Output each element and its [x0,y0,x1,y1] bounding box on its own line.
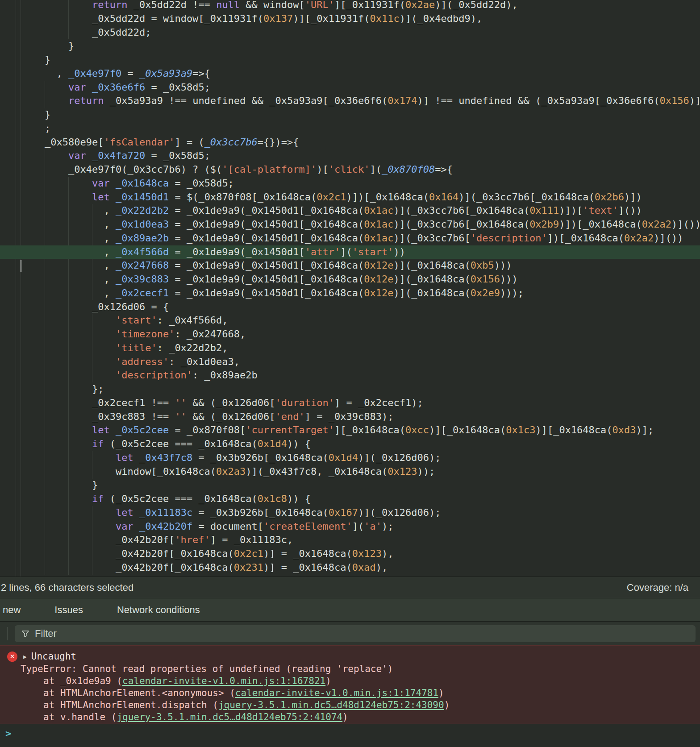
stack-trace-link[interactable]: calendar-invite-v1.0.min.js:1:167821 [122,676,325,686]
drawer-tab-bar: new Issues Network conditions [0,598,700,621]
code-line[interactable]: _0x5dd22d; [0,26,700,40]
code-line[interactable]: _0x42b20f['href'] = _0x11183c, [0,533,700,547]
code-line[interactable]: } [0,108,700,122]
selection-status: 2 lines, 66 characters selected [1,582,133,593]
code-line[interactable]: var _0x36e6f6 = _0x58d5; [0,81,700,95]
console-filter-input[interactable]: Filter [15,625,696,642]
stack-frame: at HTMLAnchorElement.dispatch (jquery-3.… [0,699,700,711]
error-message-text: TypeError: Cannot read properties of und… [0,663,700,675]
code-line[interactable]: let _0x1450d1 = $(_0x870f08[_0x1648ca(0x… [0,191,700,204]
toolbar-divider [7,627,8,640]
code-line[interactable]: window[_0x1648ca(0x2a3)](_0x43f7c8, _0x1… [0,465,700,479]
code-line[interactable]: , _0x39c883 = _0x1de9a9(_0x1450d1[_0x164… [0,273,700,286]
code-line[interactable]: var _0x1648ca = _0x58d5; [0,177,700,191]
code-line[interactable]: if (_0x5c2cee === _0x1648ca(0x1d4)) { [0,437,700,451]
code-line[interactable]: 'timezone': _0x247668, [0,328,700,341]
tab-issues[interactable]: Issues [54,604,83,616]
code-line[interactable]: _0x5dd22d = window[_0x11931f(0x137)][_0x… [0,12,700,26]
code-line[interactable]: 'description': _0x89ae2b [0,369,700,382]
code-line[interactable]: var _0x42b20f = document['createElement'… [0,520,700,534]
stack-frame: at v.handle (jquery-3.5.1.min.dc5…d48d12… [0,711,700,723]
code-line[interactable]: , _0x4f566d = _0x1de9a9(_0x1450d1['attr'… [0,245,700,259]
error-level: Uncaught [31,650,76,663]
code-line[interactable]: return _0x5a93a9 !== undefined && _0x5a9… [0,94,700,108]
code-line[interactable]: , _0x2cecf1 = _0x1de9a9(_0x1450d1[_0x164… [0,286,700,300]
code-line[interactable]: , _0x89ae2b = _0x1de9a9(_0x1450d1[_0x164… [0,232,700,245]
code-lines: return _0x5dd22d !== null && window['URL… [0,0,700,575]
code-line[interactable]: }; [0,382,700,396]
code-line[interactable]: _0x42b20f[_0x1648ca(0x2c1)] = _0x1648ca(… [0,547,700,561]
code-line[interactable]: _0x126d06 = { [0,300,700,314]
code-line[interactable]: let _0x5c2cee = _0x870f08['currentTarget… [0,423,700,437]
code-line[interactable]: } [0,53,700,67]
code-line[interactable]: , _0x4e97f0 = _0x5a93a9=>{ [0,67,700,81]
code-line[interactable]: , _0x247668 = _0x1de9a9(_0x1450d1[_0x164… [0,259,700,273]
sources-editor[interactable]: return _0x5dd22d !== null && window['URL… [0,0,700,577]
stack-trace-link[interactable]: calendar-invite-v1.0.min.js:1:174781 [235,688,438,698]
stack-trace-link[interactable]: jquery-3.5.1.min.dc5…d48d124eb75:2:41074 [117,712,342,722]
code-line[interactable]: 'title': _0x22d2b2, [0,341,700,355]
filter-icon [21,629,30,638]
error-icon: ✕ [7,652,17,662]
code-line[interactable]: var _0x4fa720 = _0x58d5; [0,149,700,163]
sources-status-bar: 2 lines, 66 characters selected Coverage… [0,577,700,598]
code-line[interactable]: let _0x43f7c8 = _0x3b926b[_0x1648ca(0x1d… [0,451,700,465]
code-line[interactable]: _0x580e9e['fsCalendar'] = (_0x3cc7b6={})… [0,136,700,149]
code-line[interactable]: , _0x1d0ea3 = _0x1de9a9(_0x1450d1[_0x164… [0,218,700,232]
console-prompt[interactable]: > [0,724,700,747]
code-line[interactable]: if (_0x5c2cee === _0x1648ca(0x1c8)) { [0,492,700,506]
tab-whats-new[interactable]: new [3,604,21,616]
code-line[interactable]: } [0,39,700,53]
code-line[interactable]: 'start': _0x4f566d, [0,314,700,328]
console-prompt-icon: > [5,728,11,739]
filter-placeholder: Filter [35,628,57,639]
code-line[interactable]: let _0x11183c = _0x3b926b[_0x1648ca(0x16… [0,506,700,520]
console-error-message: ✕ ▶ Uncaught TypeError: Cannot read prop… [0,645,700,724]
text-cursor [21,260,21,272]
stack-frame: at HTMLAnchorElement.<anonymous> (calend… [0,687,700,699]
code-line[interactable]: _0x4e97f0(_0x3cc7b6) ? ($('[cal-platform… [0,163,700,177]
expand-triangle-icon[interactable]: ▶ [23,653,27,660]
code-line[interactable]: 'address': _0x1d0ea3, [0,355,700,369]
code-line[interactable]: _0x39c883 !== '' && (_0x126d06['end'] = … [0,410,700,424]
console-toolbar: Filter [0,621,700,645]
code-line[interactable]: _0x2cecf1 !== '' && (_0x126d06['duration… [0,396,700,410]
code-line[interactable]: , _0x22d2b2 = _0x1de9a9(_0x1450d1[_0x164… [0,204,700,218]
coverage-status: Coverage: n/a [627,582,688,593]
code-line[interactable]: _0x42b20f[_0x1648ca(0x231)] = _0x1648ca(… [0,561,700,575]
tab-network-conditions[interactable]: Network conditions [117,604,200,616]
code-line[interactable]: ; [0,122,700,136]
stack-frame: at _0x1de9a9 (calendar-invite-v1.0.min.j… [0,675,700,687]
stack-trace-link[interactable]: jquery-3.5.1.min.dc5…d48d124eb75:2:43090 [218,700,444,710]
code-line[interactable]: } [0,478,700,492]
code-line[interactable]: return _0x5dd22d !== null && window['URL… [0,0,700,12]
error-stack: at _0x1de9a9 (calendar-invite-v1.0.min.j… [0,675,700,723]
